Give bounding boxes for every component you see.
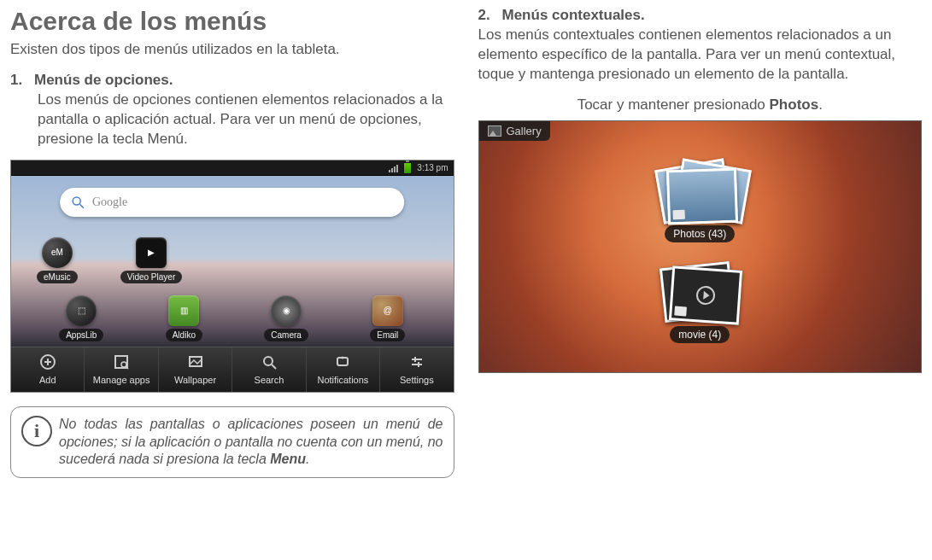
menu-wallpaper[interactable]: Wallpaper: [159, 347, 232, 392]
list-heading-text: Menús de opciones.: [34, 72, 173, 88]
appslib-icon: ⬚: [66, 295, 97, 326]
album-photos[interactable]: Photos (43): [648, 164, 751, 242]
list-item-1-body: Los menús de opciones contienen elemento…: [10, 90, 454, 149]
list-number: 2.: [478, 7, 502, 24]
svg-line-10: [272, 365, 276, 369]
gallery-title-bar: Gallery: [479, 121, 550, 141]
svg-rect-13: [412, 359, 422, 360]
menu-label: Add: [39, 375, 56, 385]
photo-stack: [664, 164, 736, 220]
app-label: Video Player: [120, 271, 183, 283]
app-label: AppsLib: [59, 329, 103, 341]
app-label: eMusic: [37, 271, 78, 283]
info-text: No todas las pantallas o aplicaciones po…: [59, 417, 443, 467]
aldiko-icon: ▥: [168, 295, 199, 326]
app-aldiko[interactable]: ▥ Aldiko: [166, 295, 202, 341]
search-icon: [70, 195, 85, 210]
settings-icon: [407, 353, 426, 371]
gallery-icon: [488, 125, 501, 137]
menu-add[interactable]: Add: [11, 347, 85, 392]
intro-text: Existen dos tipos de menús utilizados en…: [10, 41, 454, 58]
svg-rect-14: [412, 364, 422, 365]
app-label: Email: [370, 329, 405, 341]
search-logo: Google: [92, 195, 127, 209]
signal-icon: [389, 164, 398, 172]
caption-bold: Photos: [770, 96, 819, 113]
home-wallpaper: Google eM eMusic ▶ Video Player ⬚ App: [11, 176, 454, 347]
folder-icon: [673, 210, 685, 219]
page-title: Acerca de los menús: [10, 7, 454, 36]
notifications-icon: [333, 353, 352, 371]
svg-rect-16: [418, 362, 419, 367]
options-menu-bar: Add Manage apps Wallpaper Search Notific…: [11, 347, 454, 392]
info-callout: i No todas las pantallas o aplicaciones …: [10, 406, 454, 478]
search-bar[interactable]: Google: [60, 188, 405, 217]
album-label: Photos (43): [665, 225, 735, 242]
list-heading-text: Menús contextuales.: [502, 7, 645, 23]
gallery-title: Gallery: [507, 125, 542, 137]
svg-rect-15: [414, 357, 416, 362]
album-label: movie (4): [670, 326, 730, 343]
gallery-screenshot: Gallery Photos (43) movie (4): [478, 120, 923, 373]
emusic-icon: eM: [42, 237, 73, 268]
status-time: 3:13 pm: [417, 163, 448, 172]
info-icon: i: [21, 416, 52, 446]
menu-label: Notifications: [317, 375, 368, 385]
search-icon: [260, 353, 278, 371]
svg-point-12: [342, 356, 344, 359]
email-icon: @: [372, 295, 403, 326]
home-screenshot: 3:13 pm Google eM eMusic ▶ Video Player: [10, 160, 454, 393]
menu-label: Wallpaper: [174, 375, 216, 385]
movie-thumb: [669, 265, 742, 325]
app-label: Camera: [264, 329, 308, 341]
wallpaper-icon: [186, 353, 205, 371]
menu-manage-apps[interactable]: Manage apps: [85, 347, 158, 392]
info-text-bold: Menu: [270, 452, 306, 466]
screenshot-caption: Tocar y mantener presionado Photos.: [478, 96, 923, 114]
menu-label: Settings: [400, 375, 434, 385]
menu-search[interactable]: Search: [232, 347, 306, 392]
list-item-2-heading: 2.Menús contextuales.: [478, 7, 923, 24]
menu-label: Manage apps: [93, 375, 150, 385]
plus-icon: [38, 353, 57, 371]
menu-label: Search: [255, 375, 284, 385]
svg-point-0: [73, 197, 80, 205]
svg-point-9: [264, 357, 273, 365]
photo-thumb: [666, 167, 738, 225]
album-movie[interactable]: movie (4): [648, 265, 751, 343]
manage-apps-icon: [112, 353, 131, 371]
caption-text: Tocar y mantener presionado: [577, 96, 770, 113]
app-emusic[interactable]: eM eMusic: [37, 237, 78, 283]
list-item-2-body: Los menús contextuales contienen element…: [478, 26, 923, 85]
video-player-icon: ▶: [136, 237, 167, 268]
info-text-post: .: [306, 452, 309, 466]
list-item-1-heading: 1.Menús de opciones.: [10, 72, 454, 89]
folder-icon: [675, 306, 688, 316]
battery-icon: [403, 162, 412, 174]
app-camera[interactable]: ◉ Camera: [264, 295, 308, 341]
list-number: 1.: [10, 72, 34, 89]
menu-notifications[interactable]: Notifications: [307, 347, 380, 392]
app-video-player[interactable]: ▶ Video Player: [120, 237, 183, 283]
status-bar: 3:13 pm: [11, 160, 454, 176]
app-email[interactable]: @ Email: [370, 295, 405, 341]
movie-stack: [664, 265, 736, 321]
app-appslib[interactable]: ⬚ AppsLib: [59, 295, 103, 341]
menu-settings[interactable]: Settings: [380, 347, 453, 392]
caption-post: .: [818, 96, 823, 113]
app-label: Aldiko: [166, 329, 202, 341]
camera-icon: ◉: [271, 295, 302, 326]
svg-line-1: [79, 204, 84, 208]
